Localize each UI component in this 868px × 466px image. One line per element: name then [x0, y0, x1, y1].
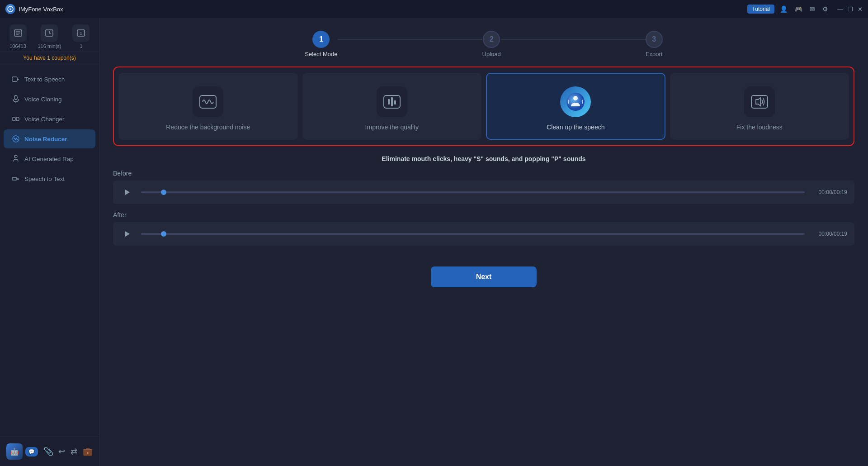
clean-speech-icon: [560, 86, 591, 117]
window-controls: — ❐ ✕: [837, 6, 863, 13]
after-progress-dot[interactable]: [161, 231, 166, 237]
ai-rap-icon: [12, 155, 20, 163]
svg-rect-13: [13, 117, 15, 121]
chatbot-bubble: 💬: [25, 447, 38, 456]
step-circle-3: 3: [646, 31, 663, 48]
app-logo: [5, 4, 15, 14]
maximize-button[interactable]: ❐: [848, 6, 853, 13]
clip-icon[interactable]: 📎: [43, 447, 53, 456]
main-layout: 106413 116 min(s) 1: [0, 18, 868, 466]
sidebar-stats: 106413 116 min(s) 1: [0, 18, 99, 52]
stat-time: 116 min(s): [38, 24, 61, 49]
svg-marker-28: [756, 98, 760, 106]
svg-rect-24: [394, 100, 396, 105]
svg-marker-30: [125, 231, 130, 237]
step-label-export: Export: [646, 51, 663, 57]
before-time: 00:00/00:19: [811, 189, 847, 195]
titlebar-icons: 👤 🎮 ✉ ⚙: [780, 5, 828, 13]
titlebar-left: iMyFone VoxBox: [5, 4, 63, 14]
svg-rect-10: [12, 77, 17, 81]
count-value: 1: [80, 43, 82, 49]
mail-icon[interactable]: ✉: [810, 5, 815, 13]
fix-loudness-label: Fix the loudness: [736, 124, 783, 131]
chatbot-section[interactable]: 🤖 💬: [6, 443, 38, 460]
svg-point-25: [566, 93, 585, 111]
step-export: 3 Export: [646, 31, 663, 57]
svg-rect-23: [391, 97, 393, 106]
count-icon: 1: [72, 24, 90, 42]
improve-quality-icon: [377, 86, 407, 117]
sidebar-label-ai-rap: AI Generated Rap: [24, 156, 74, 162]
text-to-speech-icon: [12, 75, 20, 83]
next-button[interactable]: Next: [431, 266, 537, 287]
after-progress-track[interactable]: [141, 233, 805, 235]
step-connector-2-3: [501, 39, 646, 40]
sidebar-bottom: 🤖 💬 📎 ↩ ⇄ 💼: [0, 437, 99, 466]
step-label-select-mode: Select Mode: [305, 51, 337, 57]
after-play-button[interactable]: [120, 227, 135, 241]
user-icon[interactable]: 👤: [780, 5, 788, 13]
app-title: iMyFone VoxBox: [19, 6, 63, 13]
before-audio-section: Before 00:00/00:19: [99, 170, 868, 204]
voice-cloning-icon: [12, 95, 20, 103]
step-circle-1: 1: [312, 31, 330, 48]
step-circle-2: 2: [483, 31, 500, 48]
chatbot-avatar: 🤖: [6, 443, 23, 460]
before-play-button[interactable]: [120, 185, 135, 200]
svg-line-7: [49, 33, 51, 34]
chars-value: 106413: [9, 43, 26, 49]
description-text: Eliminate mouth clicks, heavy "S" sounds…: [99, 153, 868, 170]
reduce-noise-icon: [193, 86, 223, 117]
step-upload: 2 Upload: [482, 31, 501, 57]
time-icon: [41, 24, 58, 42]
step-connector-1-2: [338, 39, 482, 40]
mode-card-clean-speech[interactable]: Clean up the speech: [486, 73, 665, 140]
after-time: 00:00/00:19: [811, 231, 847, 237]
voice-changer-icon: [12, 115, 20, 123]
mode-card-improve-quality[interactable]: Improve the quality: [302, 73, 482, 140]
noise-reducer-icon: [12, 135, 20, 143]
svg-rect-27: [751, 95, 768, 108]
sidebar-item-text-to-speech[interactable]: Text to Speech: [4, 70, 95, 89]
loop-icon[interactable]: ↩: [58, 447, 65, 456]
mode-cards-container: Reduce the background noise Improve the …: [113, 67, 854, 146]
mode-cards-wrapper: Reduce the background noise Improve the …: [99, 67, 868, 146]
content-area: 1 Select Mode 2 Upload 3 Export: [99, 18, 868, 466]
svg-text:1: 1: [80, 31, 82, 36]
titlebar: iMyFone VoxBox Tutorial 👤 🎮 ✉ ⚙ — ❐ ✕: [0, 0, 868, 18]
bag-icon[interactable]: 💼: [83, 447, 93, 456]
speech-to-text-icon: [12, 175, 20, 183]
sidebar-item-speech-to-text[interactable]: Speech to Text: [4, 169, 95, 188]
sidebar-label-noise-reducer: Noise Reducer: [24, 136, 67, 143]
time-value: 116 min(s): [38, 43, 61, 49]
sidebar-item-noise-reducer[interactable]: Noise Reducer: [4, 129, 95, 148]
step-label-upload: Upload: [482, 51, 501, 57]
mode-card-fix-loudness[interactable]: Fix the loudness: [670, 73, 849, 140]
sidebar-item-voice-cloning[interactable]: Voice Cloning: [4, 90, 95, 109]
minimize-button[interactable]: —: [837, 6, 843, 13]
after-audio-section: After 00:00/00:19: [99, 211, 868, 246]
after-label: After: [113, 211, 854, 219]
before-progress-track[interactable]: [141, 191, 805, 193]
stat-count: 1 1: [72, 24, 90, 49]
before-label: Before: [113, 170, 854, 177]
after-audio-player: 00:00/00:19: [113, 222, 854, 246]
fix-loudness-icon: [744, 86, 775, 117]
tutorial-button[interactable]: Tutorial: [747, 5, 774, 14]
settings-icon[interactable]: ⚙: [822, 5, 828, 13]
sidebar-item-voice-changer[interactable]: Voice Changer: [4, 109, 95, 128]
mode-card-reduce-noise[interactable]: Reduce the background noise: [118, 73, 298, 140]
sidebar-label-voice-changer: Voice Changer: [24, 116, 65, 123]
before-audio-player: 00:00/00:19: [113, 181, 854, 204]
svg-rect-22: [388, 99, 390, 105]
before-progress-dot[interactable]: [161, 190, 166, 195]
shuffle-icon[interactable]: ⇄: [71, 447, 77, 456]
improve-quality-label: Improve the quality: [365, 124, 419, 131]
sidebar-item-ai-generated-rap[interactable]: AI Generated Rap: [4, 149, 95, 168]
clean-speech-label: Clean up the speech: [547, 124, 604, 131]
stepper: 1 Select Mode 2 Upload 3 Export: [99, 18, 868, 67]
sidebar: 106413 116 min(s) 1: [0, 18, 99, 466]
close-button[interactable]: ✕: [858, 6, 863, 13]
controller-icon[interactable]: 🎮: [795, 5, 802, 13]
step-select-mode: 1 Select Mode: [305, 31, 337, 57]
